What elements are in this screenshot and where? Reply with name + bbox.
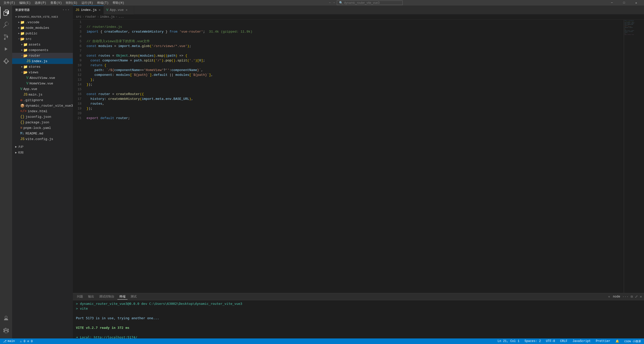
terminal-add-btn[interactable]: ＋ bbox=[607, 294, 611, 299]
chevron-icon: ▶ bbox=[21, 49, 23, 52]
sidebar-more-btn[interactable]: ··· bbox=[62, 8, 70, 12]
activity-settings[interactable] bbox=[0, 324, 12, 336]
terminal-line-1: > dynamic_router_vite_vue3@0.0.0 dev C:\… bbox=[76, 301, 641, 306]
close-button[interactable]: ✕ bbox=[630, 0, 642, 6]
statusbar-spaces[interactable]: Spaces: 2 bbox=[524, 339, 542, 343]
menu-run[interactable]: 运行(R) bbox=[80, 0, 95, 6]
statusbar: ⎇ main ⚠ 0 ⊘ 0 Ln 21, Col 1 Spaces: 2 UT… bbox=[0, 338, 644, 344]
tree-item-packagejson[interactable]: ▶ {} package.json bbox=[12, 120, 73, 125]
tree-item-homeview[interactable]: ▶ V HomeView.vue bbox=[12, 81, 73, 86]
activity-extensions[interactable] bbox=[0, 55, 12, 67]
statusbar-git-branch[interactable]: ⎇ main bbox=[2, 339, 16, 343]
terminal-tab-test[interactable]: 测试 bbox=[129, 294, 139, 299]
terminal-maximize-btn[interactable]: ⤢ bbox=[635, 294, 638, 299]
nav-back-button[interactable]: ← bbox=[329, 1, 331, 5]
tree-item-readme[interactable]: ▶ M↓ README.md bbox=[12, 131, 73, 136]
terminal-content[interactable]: > dynamic_router_vite_vue3@0.0.0 dev C:\… bbox=[73, 300, 644, 338]
tab-app-vue[interactable]: V App.vue ✕ bbox=[104, 6, 134, 14]
tree-item-mainjs[interactable]: ▶ JS main.js bbox=[12, 92, 73, 97]
tree-item-views[interactable]: ▾ 📂 views bbox=[12, 70, 73, 75]
tree-label: main.js bbox=[29, 93, 43, 97]
statusbar-language[interactable]: JavaScript bbox=[571, 339, 592, 343]
terminal-close-btn[interactable]: ✕ bbox=[640, 294, 642, 299]
tree-item-src[interactable]: ▾ 📂 src bbox=[12, 36, 73, 42]
terminal-tab-output[interactable]: 输出 bbox=[86, 294, 96, 299]
terminal-vite-ready: VITE v5.2.7 ready in 372 ms bbox=[76, 326, 129, 330]
activity-search[interactable] bbox=[0, 19, 12, 31]
tab-index-js[interactable]: JS index.js ✕ bbox=[73, 6, 104, 14]
eol-label: CRLF bbox=[560, 339, 568, 343]
section-dalu[interactable]: ▶ 大炉 bbox=[12, 144, 73, 150]
breadcrumb-symbol[interactable]: ... bbox=[118, 15, 124, 19]
tree-item-node-modules[interactable]: ▶ 📁 node_modules bbox=[12, 25, 73, 31]
tree-item-aboutview[interactable]: ▶ V AboutView.vue bbox=[12, 75, 73, 81]
chevron-icon: ▾ bbox=[21, 54, 23, 57]
code-line-8: 8 const routes = Object.keys(modules).ma… bbox=[73, 53, 624, 58]
breadcrumb-src[interactable]: src bbox=[76, 15, 81, 19]
code-line-9: 9 const componentName = path.split('/').… bbox=[73, 58, 624, 63]
activity-bar bbox=[0, 6, 12, 338]
menu-help[interactable]: 帮助(H) bbox=[111, 0, 126, 6]
tree-item-stores[interactable]: ▶ 📁 stores bbox=[12, 64, 73, 70]
tree-label: vite.config.js bbox=[26, 137, 53, 141]
project-root[interactable]: ▾ DYNAMIC_ROUTER_VITE_VUE3 bbox=[12, 14, 73, 19]
terminal-split-btn[interactable]: ⊟ bbox=[631, 294, 633, 299]
statusbar-errors[interactable]: ⚠ 0 ⊘ 0 bbox=[19, 339, 34, 343]
code-line-20: 20 bbox=[73, 111, 624, 116]
search-input[interactable] bbox=[344, 1, 400, 5]
menu-view[interactable]: 查看(V) bbox=[49, 0, 64, 6]
tree-item-index-js[interactable]: ▶ JS index.js bbox=[12, 58, 73, 64]
breadcrumb-file[interactable]: index.js bbox=[100, 15, 115, 19]
tree-item-router[interactable]: ▾ 📂 router bbox=[12, 53, 73, 58]
terminal-tab-problems[interactable]: 问题 bbox=[75, 294, 85, 299]
terminal-more-btn[interactable]: ··· bbox=[622, 295, 629, 299]
tree-item-gitignore[interactable]: ▶ ⊙ .gitignore bbox=[12, 97, 73, 103]
activity-source-control[interactable] bbox=[0, 31, 12, 43]
menu-file[interactable]: 文件(F) bbox=[2, 0, 17, 6]
tree-label: dynamic_router_vite_vue3.zip bbox=[26, 104, 73, 108]
nav-forward-button[interactable]: → bbox=[333, 1, 335, 5]
tree-item-zip[interactable]: ▶ 📦 dynamic_router_vite_vue3.zip bbox=[12, 103, 73, 108]
section-label: 初期 bbox=[18, 151, 24, 154]
code-editor[interactable]: 1 2 // router/index.js 3 import { create… bbox=[73, 20, 624, 293]
tab-close-button[interactable]: ✕ bbox=[98, 8, 101, 12]
statusbar-eol[interactable]: CRLF bbox=[559, 339, 569, 343]
minimize-button[interactable]: ─ bbox=[606, 0, 618, 6]
terminal-tab-debug[interactable]: 调试控制台 bbox=[97, 294, 116, 299]
tree-item-viteconfig[interactable]: ▶ JS vite.config.js bbox=[12, 136, 73, 142]
chevron-icon: ▶ bbox=[21, 65, 23, 68]
terminal-cmd: > vite bbox=[76, 307, 88, 310]
menu-goto[interactable]: 转到(G) bbox=[64, 0, 79, 6]
tree-item-vscode[interactable]: ▶ 📁 .vscode bbox=[12, 19, 73, 25]
statusbar-ln-col[interactable]: Ln 21, Col 1 bbox=[496, 339, 520, 343]
statusbar-encoding[interactable]: UTF-8 bbox=[545, 339, 556, 343]
minimap: import { createRouter // auto import vie… bbox=[624, 20, 644, 293]
ln-col-label: Ln 21, Col 1 bbox=[497, 339, 519, 343]
activity-account[interactable] bbox=[0, 312, 12, 324]
terminal-tab-terminal[interactable]: 终端 bbox=[117, 294, 128, 300]
search-bar[interactable]: 🔍 bbox=[337, 1, 403, 5]
folder-open-icon: 📂 bbox=[23, 70, 28, 75]
tree-item-public[interactable]: ▶ 📁 public bbox=[12, 31, 73, 36]
tree-item-appvue[interactable]: ▶ V App.vue bbox=[12, 86, 73, 92]
tab-close-button[interactable]: ✕ bbox=[125, 8, 128, 12]
menu-edit[interactable]: 编辑(E) bbox=[18, 0, 32, 6]
tree-item-pnpmlock[interactable]: ▶ ≡ pnpm-lock.yaml bbox=[12, 125, 73, 131]
menu-terminal[interactable]: 终端(T) bbox=[96, 0, 110, 6]
breadcrumb-router[interactable]: router bbox=[85, 15, 96, 19]
code-line-6: 6 const modules = import.meta.glob('/src… bbox=[73, 44, 624, 49]
tree-item-assets[interactable]: ▶ 📁 assets bbox=[12, 42, 73, 47]
tree-item-components[interactable]: ▶ 📁 components bbox=[12, 47, 73, 53]
tree-label: AboutView.vue bbox=[29, 76, 55, 80]
tree-item-indexhtml[interactable]: ▶ </> index.html bbox=[12, 108, 73, 114]
activity-run[interactable] bbox=[0, 43, 12, 55]
tree-item-jsconfig[interactable]: ▶ {} jsconfig.json bbox=[12, 114, 73, 120]
menu-select[interactable]: 选择(P) bbox=[33, 0, 48, 6]
statusbar-prettier[interactable]: Prettier bbox=[595, 339, 611, 343]
terminal-local-url[interactable]: http://localhost:5174/ bbox=[94, 335, 137, 338]
activity-explorer[interactable] bbox=[0, 7, 12, 19]
section-chuqi[interactable]: ▶ 初期 bbox=[12, 150, 73, 155]
statusbar-notifications[interactable]: 🔔 bbox=[614, 339, 620, 343]
tree-label: index.js bbox=[32, 59, 47, 63]
maximize-button[interactable]: □ bbox=[618, 0, 630, 6]
